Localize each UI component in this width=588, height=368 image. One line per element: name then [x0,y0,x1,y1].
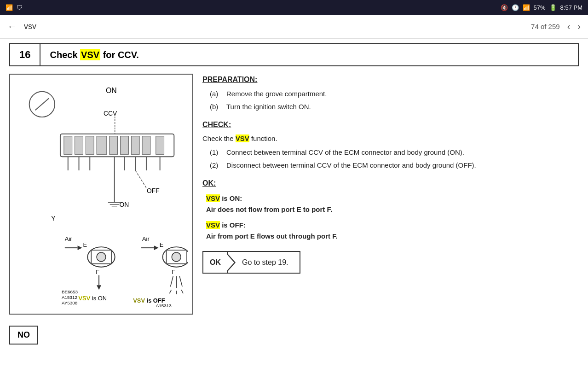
mute-icon: 🔇 [501,4,508,11]
step-title: Check VSV for CCV. [40,45,148,65]
prev-page-button[interactable]: ‹ [567,21,571,32]
diagram-box: ON CCV [9,74,193,315]
goto-box: OK Go to step 19. [202,251,579,274]
svg-line-57 [169,290,171,293]
check-text-1: Connect between terminal CCV of the ECM … [226,147,464,158]
content-row: ON CCV [9,74,579,315]
ok-label: OK: [202,177,579,189]
vsv-off-result: Air from port E flows out through port F… [206,231,579,242]
no-label: NO [17,330,30,340]
page-title: vsv [24,22,36,31]
vsv-off-highlight: VSV [206,221,220,229]
svg-line-24 [135,170,147,189]
back-button[interactable]: ← [7,21,17,32]
ok-section: OK: VSV is ON: Air does not flow from po… [202,177,579,242]
svg-rect-7 [75,136,83,155]
status-bar-left: 📶 🛡 [6,4,23,11]
svg-text:A15313: A15313 [156,303,172,307]
nav-right: 74 of 259 ‹ › [531,21,581,32]
check-label-2: (2) [210,160,223,171]
prep-text-b: Turn the ignition switch ON. [226,101,311,112]
svg-marker-48 [154,245,159,250]
svg-marker-40 [97,285,101,290]
svg-rect-6 [64,136,72,155]
goto-ok-label: OK [210,257,221,269]
status-bar: 📶 🛡 🔇 🕐 📶 57% 🔋 8:57 PM [0,0,588,15]
svg-text:F: F [96,269,99,275]
prep-item-a: (a) Remove the grove compartment. [202,88,579,99]
wifi-icon: 📶 [523,4,530,11]
vsv-on-highlight: VSV [206,194,220,202]
prep-label-a: (a) [210,88,223,99]
vsv-on-result: Air does not flow from port E to port F. [206,204,579,215]
clock-icon: 🕐 [512,4,519,11]
shield-icon: 🛡 [17,4,23,11]
vsv-highlight-title: VSV [80,49,100,60]
svg-rect-10 [110,136,118,155]
vsv-off-label: VSV is OFF: [206,220,579,231]
svg-text:E: E [83,241,87,248]
no-section: NO [9,319,579,345]
vsv-off-suffix: is OFF: [222,221,246,229]
ok-pentagon-container: OK [202,251,228,274]
svg-text:ON: ON [120,201,129,208]
instructions: PREPARATION: (a) Remove the grove compar… [202,74,579,315]
page-info: 74 of 259 [531,23,560,30]
svg-rect-8 [86,136,94,155]
svg-rect-11 [121,136,129,155]
signal-icon: 📶 [6,4,13,11]
check-label-1: (1) [210,147,223,158]
svg-text:VSV
           is ON: VSV is ON [79,295,107,302]
battery-icon: 🔋 [549,4,557,11]
nav-left: ← vsv [7,21,36,32]
svg-text:AY5308: AY5308 [62,300,78,305]
prep-label-b: (b) [210,101,223,112]
check-item-1: (1) Connect between terminal CCV of the … [202,147,579,158]
svg-marker-33 [78,245,82,250]
preparation-title: PREPARATION: [202,74,579,86]
diagram-svg: ON CCV [15,79,188,307]
svg-text:A15312: A15312 [62,295,77,300]
svg-text:E: E [160,241,164,248]
step-header: 16 Check VSV for CCV. [9,43,579,66]
content-area: 16 Check VSV for CCV. ON CCV [0,39,588,368]
check-item-2: (2) Disconnect between terminal CCV of t… [202,160,579,171]
vsv-off-block: VSV is OFF: Air from port E flows out th… [202,220,579,242]
goto-text: Go to step 19. [242,257,288,269]
vsv-on-suffix: is ON: [222,194,242,202]
svg-rect-14 [156,136,164,155]
check-intro: Check the VSV function. [202,133,579,144]
status-time: 8:57 PM [560,4,582,11]
vsv-on-label: VSV is ON: [206,193,579,204]
svg-text:Air: Air [65,235,72,242]
step-number: 16 [10,44,40,65]
status-bar-right: 🔇 🕐 📶 57% 🔋 8:57 PM [501,4,582,11]
svg-rect-13 [142,136,150,155]
nav-bar: ← vsv 74 of 259 ‹ › [0,15,588,39]
svg-text:ON: ON [106,87,117,94]
prep-item-b: (b) Turn the ignition switch ON. [202,101,579,112]
svg-rect-12 [131,136,139,155]
no-box: NO [9,326,38,345]
goto-text-box: Go to step 19. [228,251,300,274]
svg-text:BE6653: BE6653 [62,289,78,294]
svg-line-59 [181,290,183,293]
battery-percent: 57% [534,4,546,11]
svg-text:F: F [172,269,175,275]
svg-rect-9 [97,136,107,155]
svg-text:Air: Air [142,235,150,242]
svg-line-54 [170,276,173,286]
check-text-2: Disconnect between terminal CCV of the E… [226,160,476,171]
vsv-on-block: VSV is ON: Air does not flow from port E… [202,193,579,215]
check-title: CHECK: [202,119,579,131]
svg-text:Y: Y [51,215,55,222]
check-vsv-highlight: VSV [236,134,249,142]
svg-point-37 [97,252,106,262]
svg-line-56 [179,276,182,286]
svg-point-52 [172,252,181,262]
prep-text-a: Remove the grove compartment. [226,88,327,99]
next-page-button[interactable]: › [577,21,581,32]
svg-text:OFF: OFF [147,187,160,194]
svg-text:CCV: CCV [104,110,117,117]
